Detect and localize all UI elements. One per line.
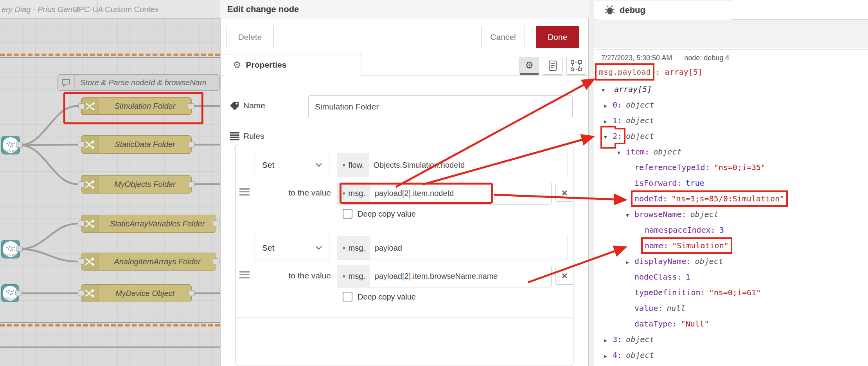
debug-value: object	[690, 210, 718, 219]
tree-toggle-icon[interactable]: ▼	[617, 145, 626, 161]
flow-node-opcua-server[interactable]: OPC UA	[1, 284, 19, 302]
cancel-button[interactable]: Cancel	[481, 26, 525, 48]
rule1-value-field[interactable]: ▾ msg. payload[2].item.nodeId	[337, 182, 552, 205]
rule-separator	[236, 318, 573, 318]
debug-key: 1:	[613, 116, 622, 125]
node-output-port[interactable]	[213, 221, 219, 226]
rule1-deep-copy-label: Deep copy value	[358, 210, 416, 219]
flow-node-change[interactable]: Simulation Folder	[81, 97, 192, 115]
done-button[interactable]: Done	[536, 26, 579, 48]
tree-toggle-icon[interactable]: ▼	[602, 83, 610, 98]
description-view-button[interactable]	[543, 57, 562, 75]
rule2-target-field[interactable]: ▾ msg. payload	[337, 236, 568, 260]
debug-tree-row: ▼item:object	[597, 144, 867, 160]
node-output-port[interactable]	[188, 290, 195, 296]
node-input-port[interactable]	[78, 290, 84, 296]
tab-properties[interactable]: ⚙ Properties	[224, 54, 361, 75]
debug-key: displayName:	[634, 257, 691, 266]
flow-node-change[interactable]: MyDevice Object	[81, 284, 192, 302]
node-output-port[interactable]	[16, 246, 23, 252]
list-icon	[230, 132, 239, 140]
rule1-drag-handle[interactable]	[239, 188, 250, 196]
workspace-tab-battery-diag[interactable]: ery Diag - Prius Gen 4	[2, 0, 79, 19]
rule2-delete-button[interactable]: ×	[555, 267, 573, 285]
debug-tree-row: namespaceIndex:3	[597, 222, 867, 238]
debug-value: array[5]	[614, 84, 652, 94]
debug-key: dataType:	[634, 319, 677, 328]
comment-icon	[58, 75, 75, 90]
flow-node-opcua-server[interactable]: OPC UA	[1, 136, 20, 154]
workspace-tab-opcua-context[interactable]: OPC-UA Custom Contex	[73, 0, 159, 19]
node-input-port[interactable]	[78, 142, 84, 147]
node-output-port[interactable]	[188, 142, 195, 147]
debug-tree-row: ▼array[5]	[597, 81, 867, 97]
node-output-port[interactable]	[16, 142, 23, 148]
debug-key: typeDefinition:	[634, 288, 705, 297]
rule1-action-select[interactable]: Set	[255, 153, 329, 177]
tree-toggle-icon[interactable]: ▶	[604, 98, 613, 114]
debug-value: object	[695, 257, 723, 266]
debug-message-header[interactable]: msg.payload : array[5]	[599, 67, 703, 77]
node-output-port[interactable]	[213, 258, 219, 264]
tree-toggle-icon[interactable]: ▼	[604, 129, 613, 145]
debug-value: object	[626, 116, 654, 125]
flow-node-change[interactable]: AnalogItemArrays Folder	[81, 253, 216, 271]
debug-key: name:	[645, 241, 668, 250]
rule1-value-type-button[interactable]: ▾ msg.	[337, 182, 370, 204]
node-input-port[interactable]	[78, 181, 84, 187]
node-output-port[interactable]	[188, 103, 194, 109]
appearance-view-button[interactable]	[566, 57, 586, 75]
debug-value: 3	[719, 225, 724, 235]
rule2-deep-copy-label: Deep copy value	[358, 292, 416, 301]
node-output-port[interactable]	[15, 290, 22, 296]
properties-view-button[interactable]: ⚙	[519, 57, 539, 75]
node-input-port[interactable]	[78, 258, 84, 264]
delete-button[interactable]: Delete	[226, 26, 274, 48]
rule2-drag-handle[interactable]	[239, 271, 250, 278]
tree-toggle-icon[interactable]: ▶	[604, 114, 613, 129]
flow-node-label: MyDevice Object	[99, 289, 191, 298]
workspace-tabbar: ery Diag - Prius Gen 4 OPC-UA Custom Con…	[0, 0, 220, 19]
node-output-port[interactable]	[188, 181, 195, 187]
flow-node-change[interactable]: StaticArrayVariables Folder	[81, 215, 216, 233]
gear-icon: ⚙	[233, 59, 241, 70]
tab-debug[interactable]: debug	[596, 0, 732, 20]
chevron-down-icon	[316, 246, 322, 250]
debug-tree-row: isForward:true	[597, 175, 867, 191]
name-input[interactable]: Simulation Folder	[308, 95, 573, 118]
rule2-value-field[interactable]: ▾ msg. payload[2].item.browseName.name	[337, 265, 552, 287]
flow-node-change[interactable]: StaticData Folder	[81, 135, 192, 154]
caret-down-icon: ▾	[343, 162, 345, 168]
rule1-target-field[interactable]: ▾ flow. Objects.Simulation.nodeId	[337, 153, 568, 177]
rule1-value: payload[2].item.nodeId	[370, 182, 454, 204]
debug-message-divider	[596, 49, 868, 50]
debug-tree-row: ▶4:object	[597, 347, 867, 363]
node-input-port[interactable]	[78, 103, 85, 109]
rule2-target-value: payload	[370, 236, 402, 260]
tree-toggle-icon[interactable]: ▶	[604, 333, 613, 348]
rule1-deep-copy-checkbox[interactable]	[343, 209, 352, 219]
node-input-port[interactable]	[78, 221, 84, 226]
flow-node-opcua-server[interactable]: OPC UA	[1, 240, 20, 258]
flow-node-change[interactable]: MyObjects Folder	[81, 175, 192, 194]
flow-canvas[interactable]: Store & Parse nodeId & browseNam Simulat…	[0, 0, 220, 366]
rule1-delete-button[interactable]: ×	[555, 184, 573, 202]
rule1-target-type-button[interactable]: ▾ flow.	[337, 153, 369, 177]
rule2-value-type-button[interactable]: ▾ msg.	[337, 265, 370, 287]
rule2-deep-copy-checkbox[interactable]	[343, 292, 352, 301]
debug-value: object	[626, 335, 654, 344]
debug-key: value:	[634, 303, 663, 313]
tag-icon	[230, 101, 239, 110]
rule2-to-value-label: to the value	[253, 271, 331, 280]
debug-key: 3:	[613, 335, 622, 344]
tree-toggle-icon[interactable]: ▶	[604, 348, 613, 364]
debug-tree-row: ▶0:object	[597, 97, 867, 113]
rule2-target-type-button[interactable]: ▾ msg.	[337, 236, 370, 260]
comment-node[interactable]: Store & Parse nodeId & browseNam	[57, 74, 220, 91]
debug-toolbar	[594, 20, 868, 48]
tree-toggle-icon[interactable]: ▶	[626, 255, 634, 270]
debug-value: object	[626, 350, 654, 360]
debug-value: "Simulation"	[672, 241, 729, 250]
tree-toggle-icon[interactable]: ▼	[626, 208, 634, 223]
rule2-action-select[interactable]: Set	[255, 236, 329, 260]
